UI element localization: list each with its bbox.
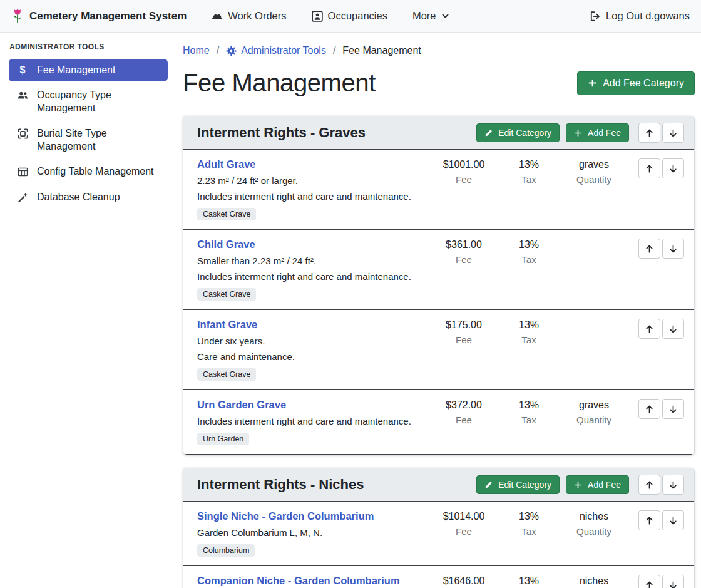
move-fee-down-button[interactable]	[662, 575, 684, 588]
move-fee-up-button[interactable]	[638, 239, 660, 259]
breadcrumb-home[interactable]: Home	[183, 45, 210, 56]
move-category-up-button[interactable]	[638, 123, 660, 143]
category-header: Interment Rights - Graves Edit Category …	[183, 116, 694, 150]
fee-type-badge: Casket Grave	[197, 288, 256, 301]
sidebar-item-burial-site-type[interactable]: Burial Site Type Management	[9, 122, 168, 158]
magic-wand-icon	[16, 192, 29, 203]
arrow-down-icon	[668, 405, 678, 414]
sidebar-item-database-cleanup[interactable]: Database Cleanup	[9, 186, 168, 209]
edit-category-label: Edit Category	[498, 128, 551, 138]
fee-reorder-controls	[627, 399, 684, 419]
arrow-down-icon	[668, 324, 678, 334]
fee-amount-column: $1001.00 Fee	[431, 158, 496, 185]
tax-column: 13% Tax	[496, 319, 561, 345]
fee-row: Single Niche - Garden Columbarium Garden…	[183, 502, 694, 566]
move-fee-down-button[interactable]	[662, 319, 684, 339]
sidebar-item-config-table[interactable]: Config Table Management	[9, 160, 168, 183]
arrow-up-icon	[645, 324, 654, 334]
fee-details: Companion Niche - Garden Columbarium Gar…	[197, 575, 431, 588]
fee-name-link[interactable]: Single Niche - Garden Columbarium	[197, 510, 374, 522]
sidebar-heading: ADMINISTRATOR TOOLS	[9, 43, 168, 51]
fee-amount-column: $361.00 Fee	[431, 239, 496, 265]
fee-category-card: Interment Rights - Niches Edit Category …	[183, 468, 695, 588]
fee-description: Garden Columbarium L, M, N.	[197, 527, 426, 538]
fee-description: Care and maintenance.	[197, 351, 426, 362]
tax-label: Tax	[496, 254, 561, 265]
nav-occupancies[interactable]: Occupancies	[312, 10, 387, 22]
logout-icon	[590, 11, 601, 22]
fee-name-link[interactable]: Adult Grave	[197, 158, 256, 170]
fee-amount-column: $175.00 Fee	[431, 319, 496, 345]
app-brand[interactable]: Cemetery Management System	[11, 8, 187, 24]
fee-name-link[interactable]: Child Grave	[197, 239, 255, 250]
tax-column: 13% Tax	[496, 158, 561, 185]
edit-category-label: Edit Category	[498, 480, 551, 490]
move-fee-down-button[interactable]	[662, 158, 684, 178]
fee-amount-column: $1646.00 Fee	[431, 575, 496, 588]
top-navbar: Cemetery Management System Work Orders	[0, 0, 701, 33]
move-fee-up-button[interactable]	[638, 575, 660, 588]
fee-amount-label: Fee	[431, 334, 496, 345]
edit-category-button[interactable]: Edit Category	[476, 475, 560, 494]
arrow-down-icon	[668, 128, 678, 138]
arrow-up-icon	[645, 128, 654, 138]
plus-icon	[574, 129, 582, 137]
nav-work-orders[interactable]: Work Orders	[212, 10, 286, 22]
arrow-up-icon	[645, 244, 654, 254]
add-fee-category-button[interactable]: Add Fee Category	[577, 71, 695, 95]
fee-row: Urn Garden Grave Includes interment righ…	[183, 390, 694, 455]
logout-label: Log Out d.gowans	[606, 10, 690, 22]
sidebar-item-label: Burial Site Type Management	[37, 127, 160, 153]
move-fee-up-button[interactable]	[638, 319, 660, 339]
fee-amount-label: Fee	[431, 526, 496, 537]
quantity-column: niches Quantity	[561, 510, 627, 537]
people-icon	[16, 90, 29, 100]
move-fee-up-button[interactable]	[638, 158, 660, 178]
move-category-down-button[interactable]	[662, 475, 684, 495]
tax-value: 13%	[496, 511, 561, 522]
quantity-column	[561, 239, 627, 239]
fee-name-link[interactable]: Urn Garden Grave	[197, 399, 286, 411]
tax-column: 13% Tax	[496, 575, 561, 588]
fee-row: Companion Niche - Garden Columbarium Gar…	[183, 566, 694, 588]
move-category-up-button[interactable]	[638, 475, 660, 495]
nav-work-orders-label: Work Orders	[228, 10, 286, 22]
dollar-icon: $	[16, 65, 29, 75]
fee-description: Includes interment right and care and ma…	[197, 191, 426, 202]
sidebar-item-label: Config Table Management	[37, 165, 154, 178]
hard-hat-icon	[212, 11, 223, 22]
gear-icon	[226, 46, 237, 56]
tax-label: Tax	[496, 334, 561, 345]
edit-category-button[interactable]: Edit Category	[476, 123, 560, 142]
move-fee-down-button[interactable]	[662, 399, 684, 419]
add-fee-button[interactable]: Add Fee	[566, 123, 629, 142]
tax-label: Tax	[496, 415, 561, 425]
fee-description: 2.23 m² / 24 ft² or larger.	[197, 175, 426, 186]
move-fee-up-button[interactable]	[638, 399, 660, 419]
sidebar-item-occupancy-type[interactable]: Occupancy Type Management	[9, 84, 168, 120]
fee-name-link[interactable]: Infant Grave	[197, 319, 257, 331]
nav-more-label: More	[412, 10, 436, 22]
fee-details: Urn Garden Grave Includes interment righ…	[197, 399, 431, 445]
category-header: Interment Rights - Niches Edit Category …	[183, 468, 694, 502]
arrow-down-icon	[668, 164, 678, 173]
category-title: Interment Rights - Niches	[197, 477, 364, 493]
fee-name-link[interactable]: Companion Niche - Garden Columbarium	[197, 575, 400, 587]
fee-type-badge: Casket Grave	[197, 208, 256, 220]
move-fee-down-button[interactable]	[662, 239, 684, 259]
tax-value: 13%	[496, 239, 561, 250]
nav-more[interactable]: More	[412, 10, 449, 22]
fee-amount: $361.00	[431, 239, 496, 250]
breadcrumb-admin-tools[interactable]: Administrator Tools	[226, 45, 326, 56]
tulip-logo-icon	[11, 8, 24, 24]
move-category-down-button[interactable]	[662, 123, 684, 143]
logout-link[interactable]: Log Out d.gowans	[590, 10, 690, 22]
fee-amount: $1014.00	[431, 511, 496, 522]
fee-description: Smaller than 2.23 m² / 24 ft².	[197, 255, 426, 266]
add-fee-button[interactable]: Add Fee	[566, 475, 629, 494]
move-fee-up-button[interactable]	[638, 510, 660, 530]
move-fee-down-button[interactable]	[662, 510, 684, 530]
sidebar-item-fee-management[interactable]: $ Fee Management	[9, 59, 168, 81]
person-box-icon	[312, 11, 323, 22]
tax-value: 13%	[496, 575, 561, 587]
